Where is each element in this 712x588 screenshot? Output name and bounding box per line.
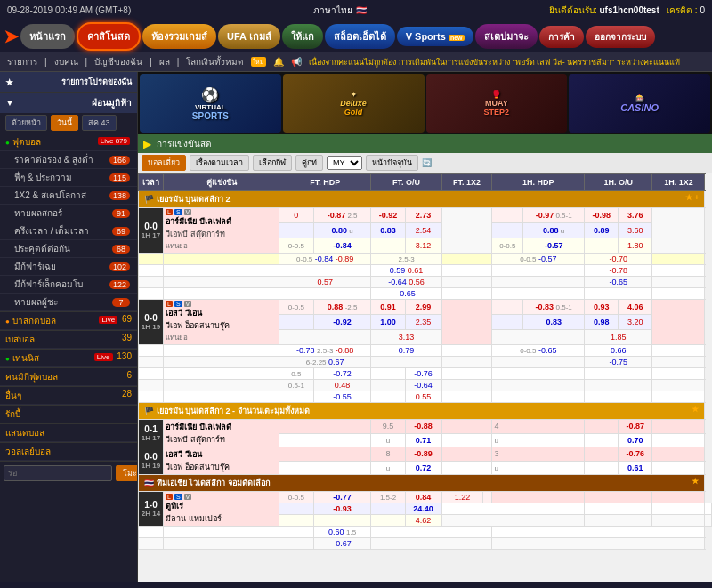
m5-ft-ou-o3[interactable]: 4.62: [405, 515, 441, 527]
nav-home[interactable]: หน้าแรก: [20, 24, 75, 49]
lang-selector[interactable]: ภาษาไทย 🇹🇭: [313, 4, 367, 17]
m4-ft-ouv2[interactable]: 0.72: [405, 461, 441, 475]
m2-ou-extra[interactable]: 3.13: [371, 330, 441, 345]
m5-ft-s4[interactable]: [279, 527, 314, 538]
m2-h1-ou-extra[interactable]: 1.85: [585, 330, 652, 345]
match-count[interactable]: สค 43: [82, 115, 117, 131]
banner-deluxe-gold[interactable]: ✦ Deluxe Gold: [283, 74, 425, 133]
m5-ft-1x2-1[interactable]: 1.22: [441, 492, 482, 503]
sidebar-football-header[interactable]: ● ฟุตบอล Live 879: [0, 133, 137, 151]
nav-shop[interactable]: การค้า: [539, 26, 584, 48]
sidebar-esports-header[interactable]: คนมิกีฟุตบอล 6: [0, 368, 137, 386]
sidebar-item-halftime[interactable]: ครึงเวลา / เต็มเวลา 69: [0, 222, 137, 240]
m2-ft-o5[interactable]: 0.48: [313, 380, 371, 391]
ft-ou-l3[interactable]: -0.64 0.56: [371, 277, 441, 288]
m2-h1-s1[interactable]: [492, 300, 523, 315]
sidebar-item-odds[interactable]: ราคาต่อรอง & สูงต่ำ 166: [0, 151, 137, 169]
m2-h1-o1[interactable]: -0.83 0.5-1: [523, 300, 585, 315]
ft-hdp-o3[interactable]: -0.84: [313, 238, 371, 254]
m3-ft-ou2[interactable]: u: [371, 433, 405, 447]
m2-h1-s2[interactable]: [492, 315, 523, 330]
m5-ft-ou-o1[interactable]: 0.84: [405, 492, 441, 503]
m2-ft-s5[interactable]: 0.5-1: [279, 380, 314, 391]
m2-ft-l3[interactable]: 6-2.25 0.67: [279, 357, 371, 368]
sidebar-favorites-header[interactable]: ▼ ฝ่อนมูกิฟ้า: [0, 93, 137, 113]
pair-btn[interactable]: คู่กท่: [295, 155, 323, 171]
sidebar-item-score[interactable]: หายผลสกอร์ 91: [0, 205, 137, 222]
h1-o3[interactable]: -0.57: [523, 238, 585, 254]
ft-ou-line2[interactable]: 0.59 0.61: [371, 265, 441, 277]
m5-ft-s3[interactable]: [279, 515, 314, 527]
ball-step-btn[interactable]: บอลเดี่ยว: [142, 155, 186, 171]
select-btn[interactable]: เลือกกีฬ: [253, 155, 292, 171]
subnav-report[interactable]: รายการ: [7, 55, 37, 68]
m5-ft-ou-s2[interactable]: [371, 503, 405, 515]
m2-ft-extra[interactable]: [279, 330, 371, 345]
ft-hdp-extra[interactable]: 0-0.5 -0.84 -0.89: [279, 254, 371, 265]
today-filter[interactable]: ด้วยหน้า: [5, 115, 47, 131]
m2-ft-ou-o1[interactable]: 0.91: [371, 300, 405, 315]
sidebar-item-winner[interactable]: หายผลผู้ชะ 7: [0, 294, 137, 311]
m3-h1-ou2[interactable]: [585, 433, 619, 447]
m3-h1-ouv1[interactable]: -0.87: [619, 420, 652, 434]
h1-ou-under2[interactable]: 3.60: [619, 223, 652, 238]
m3-h1-ou1[interactable]: [585, 420, 619, 434]
m5-ft-ou-s1[interactable]: 1.5-2: [371, 492, 405, 503]
m5-ft-o1[interactable]: -0.77: [313, 492, 371, 503]
m2-ft-s6[interactable]: [279, 391, 314, 403]
m2-ou-l2[interactable]: 0.79: [371, 345, 441, 357]
ft-ou-o3[interactable]: 3.12: [405, 238, 441, 254]
current-page-btn[interactable]: หน้าปัจจุบัน: [366, 155, 418, 171]
m2-ft-o4[interactable]: -0.72: [313, 368, 371, 380]
h1-hdp-odds-away[interactable]: 0.88 u: [523, 223, 585, 238]
m2-ou-o5[interactable]: -0.64: [405, 380, 441, 391]
m3-ft-ouv2[interactable]: 0.71: [405, 433, 441, 447]
m5-ft-ou-o2[interactable]: 24.40: [405, 503, 441, 515]
m2-ft-l2[interactable]: -0.78 2.5-3 -0.88: [279, 345, 371, 357]
h1-hdp-extra[interactable]: 0-0.5 -0.57: [492, 254, 585, 265]
nav-vsports[interactable]: V Sports new: [397, 27, 473, 46]
m2-ou-o4[interactable]: -0.76: [405, 368, 441, 380]
sidebar-volleyball-header[interactable]: วอลเลย์บอล: [0, 443, 137, 461]
m5-ft-s1[interactable]: 0-0.5: [279, 492, 314, 503]
sidebar-item-combo[interactable]: ประคุตต์ต่อกัน 68: [0, 240, 137, 258]
m2-h1ou-l3[interactable]: -0.75: [585, 357, 652, 368]
sidebar-tennis-header[interactable]: ● เทนนิส Live 130: [0, 350, 137, 367]
ft-hdp-odds-home[interactable]: -0.87 2.5: [313, 208, 371, 223]
sidebar-item-corner[interactable]: มีก้ฟาร์เฉย 102: [0, 258, 137, 276]
h1-ou-under[interactable]: 0.89: [585, 223, 619, 238]
m2-ou-s5[interactable]: [371, 380, 405, 391]
ft-ou-s3[interactable]: [371, 238, 405, 254]
m5-ft-1x2-2[interactable]: [483, 492, 492, 503]
m5-ft-s2[interactable]: [279, 503, 314, 515]
m2-ft-ou-v2[interactable]: 2.35: [405, 315, 441, 330]
h1-ou-over[interactable]: -0.98: [585, 208, 619, 223]
ft-ou-s4[interactable]: 0.57: [279, 277, 371, 288]
m4-ft-ouv1[interactable]: -0.89: [405, 447, 441, 462]
h1-s3[interactable]: 0-0.5: [492, 238, 523, 254]
m4-ft-ou2[interactable]: u: [371, 461, 405, 475]
h1-hdp-l3[interactable]: [492, 277, 585, 288]
m4-ft-ou1[interactable]: 8: [371, 447, 405, 462]
nav-give[interactable]: ให้แก: [282, 24, 323, 49]
ft-ou-odds[interactable]: 2.73: [405, 208, 441, 223]
m2-ft-ou-v1[interactable]: 2.99: [405, 300, 441, 315]
m2-h1-ou-o1[interactable]: 0.93: [585, 300, 619, 315]
nav-logout[interactable]: ออกจากระบบ: [586, 26, 655, 48]
m2-h1-ou-o2[interactable]: 0.98: [585, 315, 619, 330]
ft-ou-l4[interactable]: [279, 288, 371, 300]
m2-ft-hdp-o1[interactable]: 0.88 -2.5: [313, 300, 371, 315]
m5-ft-o4[interactable]: 0.60 1.5: [313, 527, 371, 538]
ft-ou-l4b[interactable]: -0.65: [371, 288, 441, 300]
ft-ou-under[interactable]: 0.83: [371, 223, 405, 238]
subnav-member[interactable]: งบคณ: [54, 55, 78, 68]
m2-h1-extra[interactable]: [492, 330, 585, 345]
m5-ft-o2[interactable]: -0.93: [313, 503, 371, 515]
h1-hdp-line2[interactable]: [492, 265, 585, 277]
sidebar-baseball-header[interactable]: เบสบอล 39: [0, 331, 137, 349]
m3-ft-ou1[interactable]: 9.5: [371, 420, 405, 434]
ft-ou-extra[interactable]: 2.5-3: [371, 254, 441, 265]
h1-ou-s3[interactable]: [585, 238, 619, 254]
sidebar-rugby-header[interactable]: รักบี้: [0, 406, 137, 423]
m4-h1-ou1[interactable]: [585, 447, 619, 462]
